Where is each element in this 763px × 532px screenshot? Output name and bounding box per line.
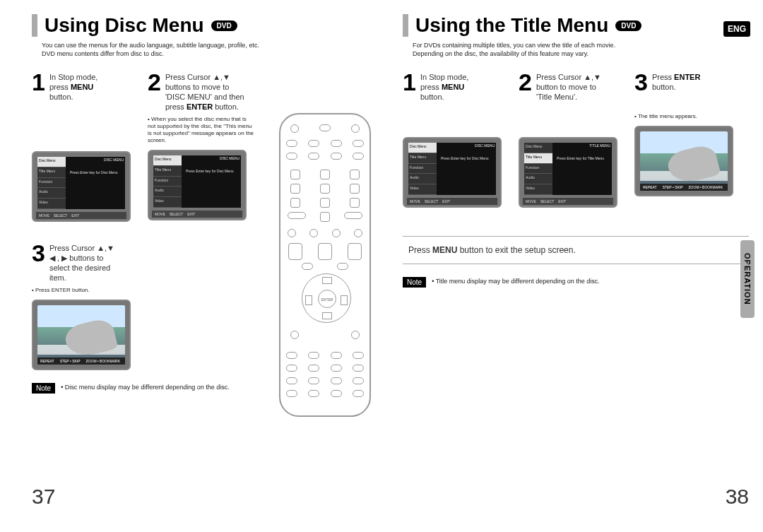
tv-screenshot-media: REPEAT STEP • SKIP ZOOM • BOOKMARK	[634, 126, 733, 196]
step-number: 3	[634, 72, 648, 92]
remote-button	[320, 212, 330, 222]
remote-button	[308, 153, 319, 160]
step-line: In Stop mode,	[420, 73, 469, 81]
menu-item: Function	[526, 165, 539, 170]
menu-item: Video	[155, 199, 164, 203]
remote-button	[344, 212, 362, 219]
legend-item: SELECT	[170, 211, 183, 218]
remote-button	[331, 390, 342, 397]
bar-item: STEP • SKIP	[663, 184, 683, 191]
remote-button	[353, 365, 364, 372]
bar-item: REPEAT	[40, 357, 54, 365]
tv-screenshot-menu: Disc Menu Title Menu Function Audio Vide…	[519, 137, 617, 208]
legend-item: SELECT	[54, 212, 67, 219]
bar-item: ZOOM • BOOKMARK	[86, 357, 120, 365]
step-line: Press Cursor ▲,▼	[536, 73, 601, 81]
legend-item: MOVE	[410, 198, 420, 205]
dvd-badge: DVD	[211, 20, 237, 31]
remote-button	[353, 377, 364, 384]
step-number: 1	[403, 72, 416, 92]
remote-rocker	[318, 243, 332, 260]
step-text: Press Cursor ▲,▼ buttons to move to 'DIS…	[165, 72, 244, 112]
note-badge: Note	[403, 277, 426, 288]
menu-item: Function	[410, 165, 423, 170]
remote-rocker	[348, 243, 362, 260]
menu-item: Disc Menu	[526, 144, 543, 148]
legend-item: SELECT	[425, 198, 438, 205]
legend-item: EXIT	[187, 211, 195, 218]
step-keyword: ENTER	[674, 73, 700, 81]
menu-item: Audio	[155, 188, 164, 192]
menu-header: DISC MENU	[220, 156, 239, 160]
enter-button: ENTER	[318, 290, 336, 308]
title-bar: Using Disc Menu DVD	[32, 14, 378, 37]
step-line: 'Title Menu'.	[536, 93, 577, 101]
remote-button	[302, 263, 313, 270]
callout-keyword: MENU	[432, 245, 457, 255]
menu-message: Press Enter key for Disc Menu	[441, 155, 495, 161]
step-number: 3	[32, 243, 45, 263]
callout-text: button to exit the setup screen.	[457, 245, 575, 255]
remote-button	[286, 365, 297, 372]
menu-item: Disc Menu	[155, 157, 172, 161]
page-title: Using Disc Menu	[45, 14, 204, 37]
step-line: button.	[420, 93, 444, 101]
step-1: 1 In Stop mode, press MENU button. Disc …	[403, 72, 510, 208]
menu-header: DISC MENU	[475, 143, 495, 148]
step-footnote: The title menu appears.	[634, 113, 742, 120]
remote-button	[320, 170, 330, 179]
dvd-badge: DVD	[615, 20, 641, 31]
remote-button	[308, 377, 319, 384]
step-line: In Stop mode,	[49, 73, 98, 81]
step-footnote: When you select the disc menu that is no…	[148, 116, 255, 144]
step-line: press	[420, 83, 442, 91]
step-line: button to move to	[536, 83, 596, 91]
tv-screenshot-menu: Disc Menu Title Menu Function Audio Vide…	[32, 151, 131, 222]
menu-item: Video	[526, 186, 535, 190]
arrow-right-icon	[341, 295, 348, 305]
step-line: button.	[49, 93, 73, 101]
menu-item: Title Menu	[155, 167, 171, 172]
step-line: 'DISC MENU' and then	[165, 93, 244, 101]
remote-button	[351, 124, 360, 133]
step-line: button.	[213, 102, 239, 111]
remote-button	[351, 331, 360, 339]
title-bar: Using the Title Menu DVD	[403, 14, 749, 37]
menu-item: Title Menu	[410, 155, 426, 159]
note-content: Disc menu display may be different depen…	[65, 384, 230, 391]
legend-item: MOVE	[155, 211, 165, 218]
remote-button	[286, 377, 297, 384]
step-number: 2	[148, 72, 161, 92]
menu-item: Audio	[39, 189, 48, 194]
remote-button	[331, 352, 342, 359]
menu-message: Press Enter key for Title Menu	[557, 155, 610, 161]
remote-button	[354, 229, 362, 237]
step-line: item.	[49, 273, 66, 282]
page-37: Using Disc Menu DVD You can use the menu…	[32, 14, 378, 509]
remote-button	[331, 377, 342, 384]
legend-item: EXIT	[558, 198, 566, 205]
remote-button	[290, 184, 300, 194]
remote-button	[308, 365, 319, 372]
step-text: Press ENTER button.	[652, 72, 700, 92]
callout-text: Press	[408, 245, 432, 255]
page-number: 37	[32, 485, 55, 509]
remote-rocker	[288, 243, 302, 260]
step-line: buttons to move to	[165, 83, 230, 91]
note-text: • Title menu display may be different de…	[432, 277, 749, 285]
legend-item: EXIT	[442, 198, 450, 205]
tv-screenshot-menu: Disc Menu Title Menu Function Audio Vide…	[148, 150, 247, 220]
menu-item: Disc Menu	[410, 144, 427, 148]
step-number: 1	[32, 72, 45, 92]
bar-item: REPEAT	[643, 184, 657, 191]
step-keyword: ENTER	[187, 102, 213, 111]
menu-item: Video	[410, 186, 419, 190]
remote-button	[319, 124, 331, 131]
remote-button	[353, 153, 364, 160]
remote-dpad: ENTER	[302, 273, 351, 323]
step-number: 2	[519, 72, 532, 92]
step-line: Press Cursor ▲,▼	[165, 73, 230, 81]
menu-message: Press Enter key for Disc Menu	[70, 170, 124, 175]
remote-button	[350, 170, 360, 179]
remote-button	[286, 140, 297, 147]
